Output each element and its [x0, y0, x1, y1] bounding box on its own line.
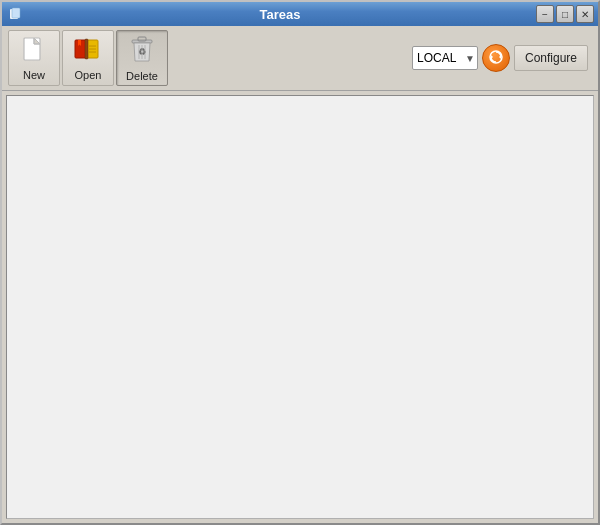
new-document-icon	[20, 36, 48, 67]
svg-marker-20	[499, 55, 501, 59]
new-button[interactable]: New	[8, 30, 60, 86]
location-select-wrapper: LOCAL ▼	[412, 46, 478, 70]
window-title: Tareas	[24, 7, 536, 22]
main-window: Tareas − □ ✕ New	[0, 0, 600, 525]
maximize-button[interactable]: □	[556, 5, 574, 23]
svg-rect-1	[12, 8, 20, 18]
svg-rect-8	[85, 39, 88, 59]
configure-button[interactable]: Configure	[514, 45, 588, 71]
close-button[interactable]: ✕	[576, 5, 594, 23]
delete-button[interactable]: ♻ Delete	[116, 30, 168, 86]
open-button[interactable]: Open	[62, 30, 114, 86]
sync-icon	[488, 49, 504, 68]
minimize-button[interactable]: −	[536, 5, 554, 23]
open-button-label: Open	[75, 69, 102, 81]
svg-marker-21	[491, 55, 493, 59]
content-area	[6, 95, 594, 519]
new-button-label: New	[23, 69, 45, 81]
location-select[interactable]: LOCAL	[412, 46, 478, 70]
delete-trash-icon: ♻	[129, 35, 155, 68]
location-area: LOCAL ▼ Configure	[412, 44, 588, 72]
app-icon	[8, 6, 24, 22]
delete-button-label: Delete	[126, 70, 158, 82]
configure-button-label: Configure	[525, 51, 577, 65]
window-controls: − □ ✕	[536, 5, 594, 23]
sync-button[interactable]	[482, 44, 510, 72]
open-document-icon	[73, 36, 103, 67]
toolbar: New Open	[2, 26, 598, 91]
title-bar: Tareas − □ ✕	[2, 2, 598, 26]
